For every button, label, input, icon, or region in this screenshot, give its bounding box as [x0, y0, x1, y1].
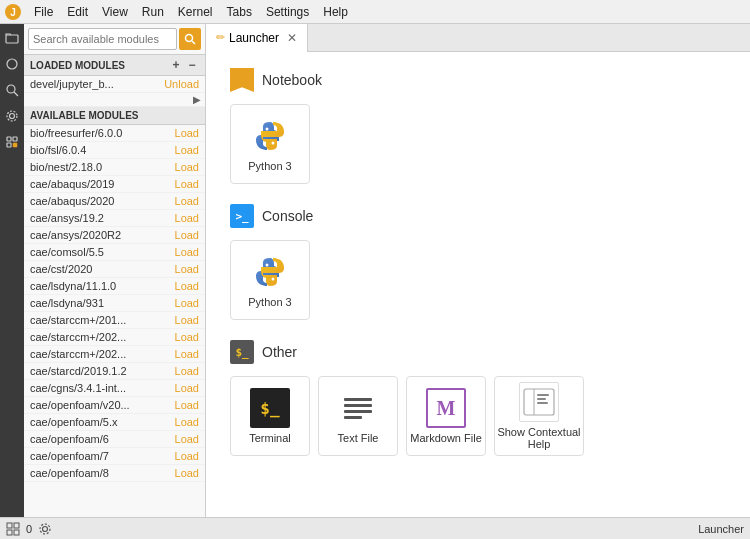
menu-file[interactable]: File — [28, 3, 59, 21]
module-row: cae/starccm+/202... Load — [24, 346, 205, 363]
load-button[interactable]: Load — [175, 382, 199, 394]
launcher-tab[interactable]: ✏ Launcher ✕ — [206, 24, 308, 52]
console-python3-card[interactable]: Python 3 — [230, 240, 310, 320]
other-section-title: $_ Other — [230, 340, 726, 364]
help-card[interactable]: Show Contextual Help — [494, 376, 584, 456]
load-button[interactable]: Load — [175, 297, 199, 309]
console-section-icon: >_ — [230, 204, 254, 228]
module-row: bio/fsl/6.0.4 Load — [24, 142, 205, 159]
svg-rect-11 — [13, 143, 17, 147]
console-section-title: >_ Console — [230, 204, 726, 228]
search-icon — [184, 33, 196, 45]
svg-point-15 — [272, 142, 275, 145]
menu-tabs[interactable]: Tabs — [221, 3, 258, 21]
load-button[interactable]: Load — [175, 144, 199, 156]
svg-line-13 — [192, 41, 195, 44]
svg-point-7 — [7, 111, 17, 121]
sidebar-icon-search[interactable] — [2, 80, 22, 100]
load-button[interactable]: Load — [175, 229, 199, 241]
module-row: cae/openfoam/6 Load — [24, 431, 205, 448]
module-row: cae/abaqus/2019 Load — [24, 176, 205, 193]
help-card-icon-container — [519, 382, 559, 422]
load-button[interactable]: Load — [175, 331, 199, 343]
menu-run[interactable]: Run — [136, 3, 170, 21]
load-button[interactable]: Load — [175, 195, 199, 207]
textfile-icon — [340, 394, 376, 423]
notebook-python3-label: Python 3 — [248, 160, 291, 172]
notebook-section-icon — [230, 68, 254, 92]
grid-icon — [6, 522, 20, 536]
svg-rect-24 — [14, 523, 19, 528]
terminal-card[interactable]: $_ Terminal — [230, 376, 310, 456]
statusbar-right-label: Launcher — [698, 523, 744, 535]
svg-rect-20 — [537, 394, 549, 396]
load-button[interactable]: Load — [175, 263, 199, 275]
load-button[interactable]: Load — [175, 246, 199, 258]
module-name: cae/starcd/2019.1.2 — [30, 365, 127, 377]
svg-point-16 — [266, 264, 269, 267]
menu-edit[interactable]: Edit — [61, 3, 94, 21]
menu-view[interactable]: View — [96, 3, 134, 21]
search-button[interactable] — [179, 28, 201, 50]
modules-panel: LOADED MODULES + − devel/jupyter_b... Un… — [24, 24, 206, 517]
load-button[interactable]: Load — [175, 399, 199, 411]
load-button[interactable]: Load — [175, 467, 199, 479]
svg-rect-23 — [7, 523, 12, 528]
terminal-card-icon-container: $_ — [250, 388, 290, 428]
load-button[interactable]: Load — [175, 161, 199, 173]
markdown-card[interactable]: M Markdown File — [406, 376, 486, 456]
add-module-button[interactable]: + — [169, 58, 183, 72]
statusbar-left: 0 — [6, 522, 52, 536]
sidebar-icon-folder[interactable] — [2, 28, 22, 48]
search-row — [24, 24, 205, 55]
python3-notebook-icon — [250, 116, 290, 156]
load-button[interactable]: Load — [175, 280, 199, 292]
markdown-icon: M — [426, 388, 466, 428]
search-input[interactable] — [28, 28, 177, 50]
notebook-python3-card[interactable]: Python 3 — [230, 104, 310, 184]
other-section-icon: $_ — [230, 340, 254, 364]
module-name: cae/abaqus/2020 — [30, 195, 114, 207]
load-button[interactable]: Load — [175, 348, 199, 360]
textfile-line-2 — [344, 404, 372, 407]
scroll-right-arrow[interactable]: ▶ — [193, 94, 201, 105]
sidebar-icon-circle[interactable] — [2, 54, 22, 74]
menu-kernel[interactable]: Kernel — [172, 3, 219, 21]
svg-rect-21 — [537, 398, 546, 400]
textfile-card[interactable]: Text File — [318, 376, 398, 456]
unload-button[interactable]: Unload — [164, 78, 199, 90]
module-row: cae/abaqus/2020 Load — [24, 193, 205, 210]
module-name: bio/nest/2.18.0 — [30, 161, 102, 173]
menu-help[interactable]: Help — [317, 3, 354, 21]
svg-rect-25 — [7, 530, 12, 535]
load-button[interactable]: Load — [175, 314, 199, 326]
launcher-content: Notebook — [206, 52, 750, 517]
sidebar-icon-puzzle[interactable] — [2, 132, 22, 152]
svg-rect-2 — [6, 35, 18, 43]
module-name: cae/ansys/2020R2 — [30, 229, 121, 241]
app-body: LOADED MODULES + − devel/jupyter_b... Un… — [0, 24, 750, 517]
module-name: bio/freesurfer/6.0.0 — [30, 127, 122, 139]
main-content: ✏ Launcher ✕ Notebook — [206, 24, 750, 517]
terminal-icon: $_ — [250, 388, 290, 428]
tab-close-button[interactable]: ✕ — [287, 31, 297, 45]
menu-settings[interactable]: Settings — [260, 3, 315, 21]
load-button[interactable]: Load — [175, 178, 199, 190]
module-row: cae/cst/2020 Load — [24, 261, 205, 278]
load-button[interactable]: Load — [175, 416, 199, 428]
console-section-label: Console — [262, 208, 313, 224]
load-button[interactable]: Load — [175, 450, 199, 462]
module-row: cae/openfoam/v20... Load — [24, 397, 205, 414]
load-button[interactable]: Load — [175, 365, 199, 377]
module-row: cae/starcd/2019.1.2 Load — [24, 363, 205, 380]
load-button[interactable]: Load — [175, 433, 199, 445]
textfile-card-icon-container — [338, 388, 378, 428]
load-button[interactable]: Load — [175, 127, 199, 139]
load-button[interactable]: Load — [175, 212, 199, 224]
sidebar-icon-gear[interactable] — [2, 106, 22, 126]
collapse-loaded-button[interactable]: − — [185, 58, 199, 72]
textfile-line-3 — [344, 410, 372, 413]
svg-rect-26 — [14, 530, 19, 535]
launcher-tab-label: Launcher — [229, 31, 279, 45]
module-row: cae/openfoam/8 Load — [24, 465, 205, 482]
